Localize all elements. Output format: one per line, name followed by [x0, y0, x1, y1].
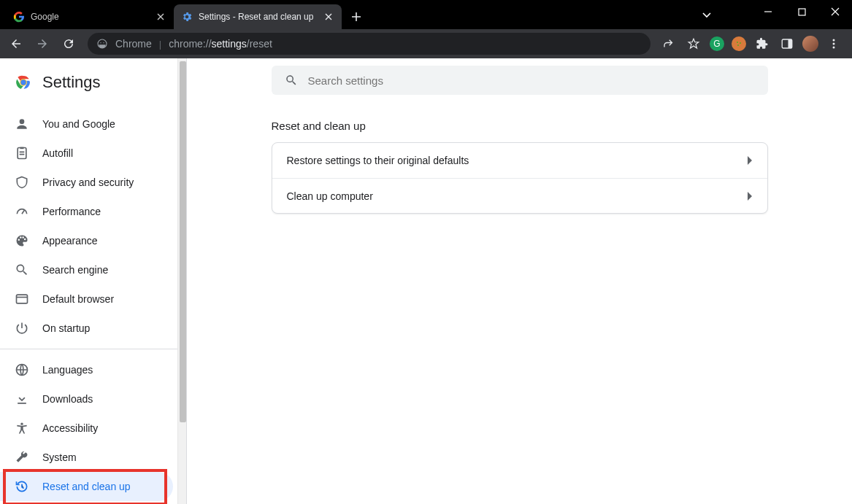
site-info-icon[interactable]: [96, 38, 108, 50]
browser-icon: [15, 292, 29, 306]
minimize-button[interactable]: [751, 0, 785, 23]
close-icon[interactable]: [323, 11, 334, 23]
svg-point-9: [833, 39, 835, 42]
tab-google[interactable]: Google: [6, 4, 174, 29]
sidebar-item-label: You and Google: [42, 118, 115, 130]
toolbar-actions: G: [658, 33, 848, 55]
address-bar[interactable]: Chrome | chrome://settings/reset: [88, 33, 650, 55]
forward-button[interactable]: [31, 32, 54, 55]
palette-icon: [15, 233, 29, 248]
side-panel-icon[interactable]: [776, 33, 798, 55]
settings-search-input[interactable]: [308, 74, 755, 87]
restore-icon: [15, 479, 29, 494]
sidebar-item-downloads[interactable]: Downloads: [0, 384, 173, 414]
tab-strip: Google Settings - Reset and clean up: [0, 0, 366, 29]
settings-title: Settings: [42, 73, 101, 92]
sidebar-item-on-startup[interactable]: On startup: [0, 314, 173, 343]
new-tab-button[interactable]: [346, 7, 366, 27]
chevron-right-icon: [747, 192, 753, 201]
sidebar-item-autofill[interactable]: Autofill: [0, 139, 173, 168]
settings-header: Settings: [0, 64, 186, 105]
svg-point-4: [737, 42, 738, 43]
search-icon: [285, 74, 298, 87]
settings-nav: You and GoogleAutofillPrivacy and securi…: [0, 105, 186, 501]
tab-title: Settings - Reset and clean up: [199, 12, 317, 22]
bookmark-icon[interactable]: [683, 33, 705, 55]
sidebar-item-privacy[interactable]: Privacy and security: [0, 168, 173, 197]
extensions-icon[interactable]: [751, 33, 773, 55]
sidebar-item-system[interactable]: System: [0, 443, 173, 472]
sidebar-item-default-browser[interactable]: Default browser: [0, 284, 173, 314]
browser-toolbar: Chrome | chrome://settings/reset G: [0, 29, 852, 58]
shield-icon: [15, 175, 29, 190]
chevron-right-icon: [747, 156, 753, 165]
extension-cookie-icon[interactable]: [729, 34, 748, 53]
settings-main: Reset and clean up Restore settings to t…: [187, 58, 852, 504]
row-label: Clean up computer: [287, 190, 373, 202]
svg-point-5: [740, 42, 741, 44]
maximize-button[interactable]: [785, 0, 818, 23]
sidebar-item-label: Autofill: [42, 147, 73, 159]
wrench-icon: [15, 450, 29, 465]
globe-icon: [15, 363, 29, 377]
sidebar-item-label: Search engine: [42, 264, 108, 276]
share-icon[interactable]: [658, 33, 680, 55]
close-icon[interactable]: [155, 11, 166, 23]
scrollbar-thumb[interactable]: [180, 61, 186, 422]
sidebar-item-you-and-google[interactable]: You and Google: [0, 109, 173, 139]
sidebar-item-label: Languages: [42, 364, 93, 376]
chrome-logo-icon: [15, 74, 32, 91]
svg-point-19: [20, 423, 23, 425]
sidebar-item-label: On startup: [42, 322, 90, 334]
tab-search-button[interactable]: [696, 4, 718, 25]
sidebar-item-label: Appearance: [42, 235, 98, 247]
back-button[interactable]: [4, 32, 28, 55]
download-icon: [15, 392, 29, 406]
window-titlebar: Google Settings - Reset and clean up: [0, 0, 852, 29]
menu-icon[interactable]: [823, 33, 845, 55]
sidebar-item-accessibility[interactable]: Accessibility: [0, 414, 173, 443]
nav-divider: [0, 349, 186, 349]
sidebar-item-performance[interactable]: Performance: [0, 197, 173, 226]
reload-button[interactable]: [57, 32, 80, 55]
sidebar-item-appearance[interactable]: Appearance: [0, 226, 173, 255]
settings-favicon-icon: [181, 11, 193, 23]
section-title: Reset and clean up: [272, 120, 768, 132]
url-text: chrome://settings/reset: [169, 38, 272, 50]
svg-rect-15: [18, 148, 26, 159]
sidebar-item-languages[interactable]: Languages: [0, 355, 173, 384]
restore-defaults-row[interactable]: Restore settings to their original defau…: [272, 143, 767, 178]
autofill-icon: [15, 146, 29, 160]
clean-up-computer-row[interactable]: Clean up computer: [272, 178, 767, 213]
reset-card: Restore settings to their original defau…: [272, 142, 768, 214]
sidebar-item-label: Downloads: [42, 393, 93, 405]
svg-rect-8: [788, 39, 792, 48]
power-icon: [15, 321, 29, 336]
sidebar-item-search-engine[interactable]: Search engine: [0, 255, 173, 284]
sidebar-item-label: Default browser: [42, 293, 114, 305]
svg-rect-16: [20, 147, 24, 150]
settings-page: Settings You and GoogleAutofillPrivacy a…: [0, 58, 852, 504]
url-separator: |: [159, 39, 161, 50]
sidebar-item-label: Performance: [42, 206, 101, 217]
sidebar-item-label: Reset and clean up: [42, 481, 131, 492]
tab-settings[interactable]: Settings - Reset and clean up: [174, 4, 342, 29]
scrollbar[interactable]: [177, 58, 187, 504]
url-scheme-label: Chrome: [115, 38, 152, 50]
sidebar-item-label: Accessibility: [42, 422, 98, 434]
close-window-button[interactable]: [818, 0, 852, 23]
profile-avatar[interactable]: [801, 34, 820, 53]
settings-search[interactable]: [272, 66, 768, 95]
extension-grammarly-icon[interactable]: G: [707, 34, 726, 53]
search-icon: [15, 263, 29, 277]
svg-rect-17: [17, 295, 28, 303]
sidebar-item-reset[interactable]: Reset and clean up: [0, 472, 173, 501]
svg-rect-0: [799, 9, 805, 15]
sidebar-item-label: System: [42, 451, 77, 463]
settings-sidebar: Settings You and GoogleAutofillPrivacy a…: [0, 58, 187, 504]
svg-point-6: [737, 44, 739, 46]
google-favicon-icon: [13, 11, 25, 23]
person-icon: [15, 117, 29, 131]
accessibility-icon: [15, 421, 29, 435]
svg-point-11: [833, 47, 835, 49]
